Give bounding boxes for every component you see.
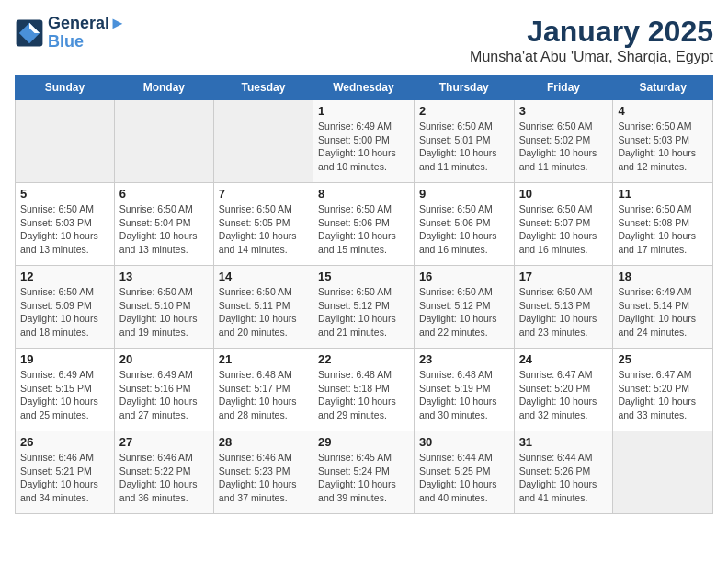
day-info: Sunrise: 6:50 AM Sunset: 5:09 PM Dayligh… <box>20 285 109 339</box>
day-number: 1 <box>318 104 409 118</box>
calendar-cell: 11Sunrise: 6:50 AM Sunset: 5:08 PM Dayli… <box>613 183 713 266</box>
calendar-cell: 27Sunrise: 6:46 AM Sunset: 5:22 PM Dayli… <box>114 431 213 514</box>
day-info: Sunrise: 6:48 AM Sunset: 5:18 PM Dayligh… <box>318 368 409 422</box>
calendar-cell: 6Sunrise: 6:50 AM Sunset: 5:04 PM Daylig… <box>114 183 213 266</box>
day-number: 20 <box>119 352 209 366</box>
calendar-cell: 23Sunrise: 6:48 AM Sunset: 5:19 PM Dayli… <box>414 349 514 431</box>
calendar-cell <box>613 431 713 514</box>
logo: General► Blue <box>15 15 126 52</box>
day-info: Sunrise: 6:49 AM Sunset: 5:16 PM Dayligh… <box>119 368 209 422</box>
day-number: 10 <box>519 187 609 201</box>
weekday-header-saturday: Saturday <box>613 75 713 100</box>
calendar-cell: 26Sunrise: 6:46 AM Sunset: 5:21 PM Dayli… <box>16 431 115 514</box>
day-number: 30 <box>419 435 509 449</box>
day-info: Sunrise: 6:50 AM Sunset: 5:01 PM Dayligh… <box>419 120 509 174</box>
calendar-cell: 24Sunrise: 6:47 AM Sunset: 5:20 PM Dayli… <box>514 349 613 431</box>
day-number: 2 <box>419 104 509 118</box>
day-info: Sunrise: 6:48 AM Sunset: 5:19 PM Dayligh… <box>419 368 509 422</box>
calendar-cell: 13Sunrise: 6:50 AM Sunset: 5:10 PM Dayli… <box>114 266 213 349</box>
day-number: 12 <box>20 270 109 283</box>
day-info: Sunrise: 6:50 AM Sunset: 5:05 PM Dayligh… <box>219 202 308 257</box>
day-info: Sunrise: 6:49 AM Sunset: 5:00 PM Dayligh… <box>318 120 409 174</box>
calendar-cell: 9Sunrise: 6:50 AM Sunset: 5:06 PM Daylig… <box>414 183 514 266</box>
day-info: Sunrise: 6:50 AM Sunset: 5:12 PM Dayligh… <box>318 285 409 339</box>
day-number: 28 <box>219 435 308 449</box>
day-info: Sunrise: 6:50 AM Sunset: 5:11 PM Dayligh… <box>219 285 308 339</box>
calendar-cell: 17Sunrise: 6:50 AM Sunset: 5:13 PM Dayli… <box>514 266 613 349</box>
calendar-cell: 28Sunrise: 6:46 AM Sunset: 5:23 PM Dayli… <box>213 431 313 514</box>
calendar-cell: 8Sunrise: 6:50 AM Sunset: 5:06 PM Daylig… <box>313 183 415 266</box>
weekday-header-sunday: Sunday <box>16 75 115 100</box>
calendar-cell: 4Sunrise: 6:50 AM Sunset: 5:03 PM Daylig… <box>613 100 713 183</box>
calendar-cell: 5Sunrise: 6:50 AM Sunset: 5:03 PM Daylig… <box>16 183 115 266</box>
day-number: 15 <box>318 270 409 283</box>
calendar-cell: 29Sunrise: 6:45 AM Sunset: 5:24 PM Dayli… <box>313 431 415 514</box>
day-number: 22 <box>318 352 409 366</box>
day-number: 17 <box>519 270 609 283</box>
calendar-table: SundayMondayTuesdayWednesdayThursdayFrid… <box>15 75 713 514</box>
calendar-cell: 21Sunrise: 6:48 AM Sunset: 5:17 PM Dayli… <box>213 349 313 431</box>
calendar-cell: 18Sunrise: 6:49 AM Sunset: 5:14 PM Dayli… <box>613 266 713 349</box>
day-info: Sunrise: 6:48 AM Sunset: 5:17 PM Dayligh… <box>219 368 308 422</box>
day-info: Sunrise: 6:49 AM Sunset: 5:14 PM Dayligh… <box>618 285 708 339</box>
logo-icon <box>15 18 44 48</box>
day-number: 29 <box>318 435 409 449</box>
calendar-cell: 31Sunrise: 6:44 AM Sunset: 5:26 PM Dayli… <box>514 431 613 514</box>
calendar-cell: 25Sunrise: 6:47 AM Sunset: 5:20 PM Dayli… <box>613 349 713 431</box>
day-number: 24 <box>519 352 609 366</box>
calendar-cell: 14Sunrise: 6:50 AM Sunset: 5:11 PM Dayli… <box>213 266 313 349</box>
day-number: 4 <box>618 104 708 118</box>
logo-text: General► Blue <box>48 15 126 52</box>
month-title: January 2025 <box>470 15 713 49</box>
day-info: Sunrise: 6:46 AM Sunset: 5:21 PM Dayligh… <box>20 451 109 505</box>
day-info: Sunrise: 6:44 AM Sunset: 5:26 PM Dayligh… <box>519 451 609 505</box>
day-number: 23 <box>419 352 509 366</box>
day-number: 6 <box>119 187 209 201</box>
calendar-cell: 2Sunrise: 6:50 AM Sunset: 5:01 PM Daylig… <box>414 100 514 183</box>
location-title: Munsha'at Abu 'Umar, Sharqia, Egypt <box>470 49 713 65</box>
day-number: 13 <box>119 270 209 283</box>
day-info: Sunrise: 6:47 AM Sunset: 5:20 PM Dayligh… <box>519 368 609 422</box>
day-info: Sunrise: 6:50 AM Sunset: 5:03 PM Dayligh… <box>618 120 708 174</box>
day-info: Sunrise: 6:50 AM Sunset: 5:12 PM Dayligh… <box>419 285 509 339</box>
day-number: 27 <box>119 435 209 449</box>
calendar-cell <box>213 100 313 183</box>
weekday-header-thursday: Thursday <box>414 75 514 100</box>
day-info: Sunrise: 6:46 AM Sunset: 5:23 PM Dayligh… <box>219 451 308 505</box>
weekday-header-friday: Friday <box>514 75 613 100</box>
calendar-cell: 10Sunrise: 6:50 AM Sunset: 5:07 PM Dayli… <box>514 183 613 266</box>
page-header: General► Blue January 2025 Munsha'at Abu… <box>15 15 713 65</box>
calendar-cell: 3Sunrise: 6:50 AM Sunset: 5:02 PM Daylig… <box>514 100 613 183</box>
calendar-cell <box>114 100 213 183</box>
weekday-header-wednesday: Wednesday <box>313 75 415 100</box>
day-info: Sunrise: 6:50 AM Sunset: 5:06 PM Dayligh… <box>318 202 409 257</box>
day-number: 3 <box>519 104 609 118</box>
day-number: 25 <box>618 352 708 366</box>
day-info: Sunrise: 6:44 AM Sunset: 5:25 PM Dayligh… <box>419 451 509 505</box>
day-info: Sunrise: 6:50 AM Sunset: 5:08 PM Dayligh… <box>618 202 708 257</box>
day-info: Sunrise: 6:46 AM Sunset: 5:22 PM Dayligh… <box>119 451 209 505</box>
day-info: Sunrise: 6:50 AM Sunset: 5:06 PM Dayligh… <box>419 202 509 257</box>
day-number: 19 <box>20 352 109 366</box>
calendar-cell: 16Sunrise: 6:50 AM Sunset: 5:12 PM Dayli… <box>414 266 514 349</box>
calendar-cell: 15Sunrise: 6:50 AM Sunset: 5:12 PM Dayli… <box>313 266 415 349</box>
calendar-cell: 1Sunrise: 6:49 AM Sunset: 5:00 PM Daylig… <box>313 100 415 183</box>
day-number: 9 <box>419 187 509 201</box>
calendar-cell: 20Sunrise: 6:49 AM Sunset: 5:16 PM Dayli… <box>114 349 213 431</box>
day-number: 26 <box>20 435 109 449</box>
calendar-cell: 7Sunrise: 6:50 AM Sunset: 5:05 PM Daylig… <box>213 183 313 266</box>
day-info: Sunrise: 6:45 AM Sunset: 5:24 PM Dayligh… <box>318 451 409 505</box>
day-number: 21 <box>219 352 308 366</box>
day-number: 11 <box>618 187 708 201</box>
calendar-cell <box>16 100 115 183</box>
weekday-header-tuesday: Tuesday <box>213 75 313 100</box>
day-number: 8 <box>318 187 409 201</box>
calendar-cell: 12Sunrise: 6:50 AM Sunset: 5:09 PM Dayli… <box>16 266 115 349</box>
day-info: Sunrise: 6:50 AM Sunset: 5:13 PM Dayligh… <box>519 285 609 339</box>
day-info: Sunrise: 6:50 AM Sunset: 5:10 PM Dayligh… <box>119 285 209 339</box>
calendar-cell: 19Sunrise: 6:49 AM Sunset: 5:15 PM Dayli… <box>16 349 115 431</box>
day-number: 14 <box>219 270 308 283</box>
calendar-cell: 22Sunrise: 6:48 AM Sunset: 5:18 PM Dayli… <box>313 349 415 431</box>
day-number: 18 <box>618 270 708 283</box>
day-number: 5 <box>20 187 109 201</box>
